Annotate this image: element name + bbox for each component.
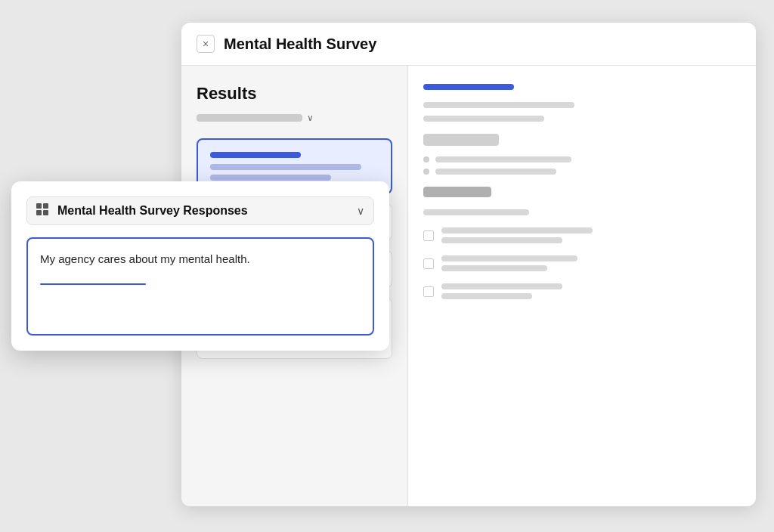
rp-bullet-item2 <box>423 169 741 175</box>
checkbox2-lines <box>441 255 577 271</box>
cb-line5 <box>441 283 562 289</box>
question-detail-line2 <box>210 175 331 181</box>
rp-checkbox-item3[interactable] <box>423 283 741 299</box>
right-panel <box>408 66 756 506</box>
floating-responses-card: Mental Health Survey Responses ∨ My agen… <box>11 181 389 351</box>
text-cursor-line <box>40 283 146 285</box>
checkbox3-lines <box>441 283 562 299</box>
chevron-down-icon: ∨ <box>307 113 314 123</box>
cb-line2 <box>441 237 562 243</box>
question-title-line <box>210 152 301 158</box>
grid-icon <box>36 203 51 218</box>
rp-bullet-text2 <box>435 169 556 175</box>
checkbox1[interactable] <box>423 230 434 241</box>
rp-line2 <box>423 116 544 122</box>
checkbox3[interactable] <box>423 286 434 297</box>
bullet-icon2 <box>423 169 429 175</box>
rp-bullet-item1 <box>423 156 741 162</box>
cb-line1 <box>441 227 593 234</box>
results-title: Results <box>197 84 392 104</box>
filter-placeholder <box>197 114 302 122</box>
text-input-content[interactable]: My agency cares about my mental health. <box>40 251 361 268</box>
divider2 <box>423 187 741 215</box>
rp-checkbox-item2[interactable] <box>423 255 741 271</box>
filter-bar[interactable]: ∨ <box>197 113 392 123</box>
question-detail-line1 <box>210 164 361 170</box>
floating-chevron-icon: ∨ <box>357 205 364 217</box>
cb-line4 <box>441 265 547 271</box>
text-input-card[interactable]: My agency cares about my mental health. <box>26 237 374 336</box>
bullet-icon1 <box>423 156 429 162</box>
cb-line6 <box>441 293 532 299</box>
rp-bullet-text1 <box>435 156 571 162</box>
rp-tag1 <box>423 134 499 146</box>
floating-card-header[interactable]: Mental Health Survey Responses ∨ <box>26 196 374 225</box>
rp-darker-tag <box>423 187 491 197</box>
checkbox2[interactable] <box>423 258 434 269</box>
floating-card-label: Mental Health Survey Responses <box>57 204 351 218</box>
cb-line3 <box>441 255 577 261</box>
window-header: × Mental Health Survey <box>181 23 756 66</box>
rp-section-title-line <box>423 84 514 90</box>
rp-line1 <box>423 102 574 108</box>
rp-checkbox-item1[interactable] <box>423 227 741 243</box>
divider1 <box>423 134 741 175</box>
checkbox1-lines <box>441 227 593 243</box>
rp-line3 <box>423 209 529 215</box>
window-title: Mental Health Survey <box>224 36 376 53</box>
close-button[interactable]: × <box>197 35 215 53</box>
